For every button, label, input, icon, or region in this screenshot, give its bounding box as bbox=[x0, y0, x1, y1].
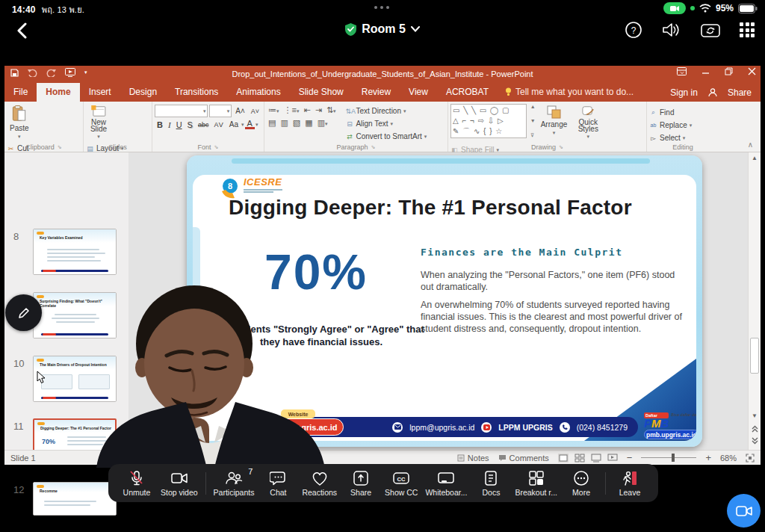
group-label: Paragraph bbox=[337, 143, 368, 151]
svg-text:?: ? bbox=[631, 25, 637, 36]
new-slide-button[interactable]: New Slide▾ bbox=[86, 104, 111, 141]
tab-insert[interactable]: Insert bbox=[80, 83, 120, 102]
lightbulb-icon bbox=[505, 87, 512, 96]
align-left-button[interactable]: ▤ bbox=[268, 118, 276, 128]
show-cc-button[interactable]: CC Show CC bbox=[385, 470, 418, 497]
dialog-launcher-icon[interactable]: ⇘ bbox=[371, 144, 376, 150]
zoom-out-button[interactable]: − bbox=[627, 452, 633, 463]
tab-slideshow[interactable]: Slide Show bbox=[290, 83, 353, 102]
line-spacing-button[interactable]: ⇅▾ bbox=[326, 105, 336, 115]
justify-button[interactable]: ▦ bbox=[305, 118, 312, 128]
tab-transitions[interactable]: Transitions bbox=[166, 83, 227, 102]
chat-button[interactable]: Chat bbox=[261, 470, 294, 497]
paste-button[interactable]: Paste▾ bbox=[7, 104, 32, 141]
docs-button[interactable]: Docs bbox=[474, 470, 507, 497]
change-case-button[interactable]: Aa bbox=[227, 120, 241, 129]
minimize-button[interactable] bbox=[701, 67, 710, 75]
stop-video-button[interactable]: Stop video bbox=[161, 470, 198, 497]
columns-button[interactable]: ▥▾ bbox=[318, 118, 328, 128]
collapse-ribbon-button[interactable]: ∧ bbox=[748, 140, 753, 149]
slide-sorter-view-button[interactable] bbox=[574, 454, 585, 463]
select-button[interactable]: ▻Select▾ bbox=[649, 132, 692, 143]
comments-button[interactable]: Comments bbox=[498, 454, 549, 463]
zoom-percent[interactable]: 68% bbox=[720, 454, 737, 463]
whiteboard-button[interactable]: Whiteboar... bbox=[425, 470, 467, 497]
normal-view-button[interactable] bbox=[558, 454, 569, 463]
bold-button[interactable]: B bbox=[155, 120, 165, 129]
restore-button[interactable] bbox=[725, 67, 733, 75]
notes-button[interactable]: Notes bbox=[457, 454, 489, 463]
tell-me-box[interactable]: Tell me what you want to do... bbox=[498, 83, 641, 102]
tab-animations[interactable]: Animations bbox=[227, 83, 289, 102]
reactions-button[interactable]: Reactions bbox=[302, 470, 337, 497]
arrange-button[interactable]: Arrange▾ bbox=[538, 104, 571, 141]
next-slide-button[interactable] bbox=[751, 436, 759, 445]
share-button[interactable]: Share bbox=[728, 87, 752, 98]
font-color-button[interactable]: A bbox=[245, 120, 255, 129]
annotation-pencil-button[interactable] bbox=[5, 294, 42, 331]
strikethrough-button[interactable]: abc bbox=[196, 121, 211, 129]
dialog-launcher-icon[interactable]: ⇘ bbox=[559, 144, 563, 150]
previous-slide-button[interactable] bbox=[751, 424, 759, 433]
underline-button[interactable]: U bbox=[174, 120, 185, 129]
char-spacing-button[interactable]: AV bbox=[211, 121, 226, 129]
zoom-in-button[interactable]: + bbox=[705, 452, 711, 463]
tab-design[interactable]: Design bbox=[120, 83, 166, 102]
shapes-scroll-down-icon[interactable]: ▼ bbox=[530, 118, 536, 123]
scroll-up-icon[interactable]: ▲ bbox=[752, 155, 758, 161]
grow-font-button[interactable]: A˄ bbox=[233, 107, 247, 115]
shapes-scroll-up-icon[interactable]: ▲ bbox=[530, 104, 536, 109]
find-button[interactable]: ⌕Find bbox=[649, 107, 692, 118]
italic-button[interactable]: I bbox=[166, 120, 173, 129]
fit-to-window-button[interactable] bbox=[746, 454, 755, 463]
align-right-button[interactable]: ▧ bbox=[293, 118, 300, 128]
more-button[interactable]: More bbox=[565, 470, 598, 497]
sign-in-button[interactable]: Sign in bbox=[670, 87, 698, 98]
tab-acrobat[interactable]: ACROBAT bbox=[437, 83, 498, 102]
unmute-button[interactable]: Unmute bbox=[120, 470, 153, 497]
tab-view[interactable]: View bbox=[400, 83, 437, 102]
vertical-scrollbar[interactable]: ▲ ▼ bbox=[748, 152, 761, 450]
text-shadow-button[interactable]: S bbox=[185, 120, 195, 129]
convert-smartart-button[interactable]: ⇄Convert to SmartArt▾ bbox=[345, 131, 427, 142]
leave-button[interactable]: Leave bbox=[613, 470, 646, 497]
shrink-font-button[interactable]: A˅ bbox=[249, 108, 261, 115]
shape-gallery[interactable]: ▭ ╲ ╲ ▭ ◯ ▢△ ⌐ ¬ ⇨ ⇩ ▷✎ ⌒ ∿ { } ☆ bbox=[450, 104, 527, 138]
shapes-more-icon[interactable]: ⊽ bbox=[530, 132, 536, 138]
scrollbar-thumb[interactable] bbox=[750, 338, 759, 374]
switch-camera-button[interactable] bbox=[701, 21, 720, 39]
quick-styles-button[interactable]: Quick Styles▾ bbox=[572, 104, 604, 141]
dropdown-arrow-icon: ▾ bbox=[18, 134, 21, 140]
bullets-button[interactable]: ≔▾ bbox=[268, 105, 279, 115]
apps-grid-button[interactable] bbox=[740, 22, 755, 37]
align-center-button[interactable]: ▥ bbox=[280, 118, 288, 128]
replace-button[interactable]: abReplace▾ bbox=[649, 120, 692, 131]
align-text-button[interactable]: ⊟Align Text▾ bbox=[345, 118, 427, 129]
numbering-button[interactable]: ⋮≡▾ bbox=[284, 105, 300, 115]
help-button[interactable]: ? bbox=[625, 21, 642, 39]
reading-view-button[interactable] bbox=[591, 454, 601, 463]
zoom-slider-thumb[interactable] bbox=[672, 454, 675, 462]
ribbon-display-button[interactable] bbox=[677, 67, 687, 75]
share-screen-button[interactable]: Share bbox=[344, 470, 377, 497]
thumbnail-slide-12[interactable]: Recomme bbox=[33, 482, 117, 516]
font-size-combo[interactable]: ▾ bbox=[209, 105, 232, 117]
scroll-down-icon[interactable]: ▼ bbox=[752, 412, 758, 419]
close-button[interactable] bbox=[748, 67, 756, 75]
tab-review[interactable]: Review bbox=[353, 83, 400, 102]
speaker-button[interactable] bbox=[662, 21, 681, 39]
dialog-launcher-icon[interactable]: ⇘ bbox=[214, 144, 219, 150]
tab-file[interactable]: File bbox=[4, 83, 37, 102]
thumbnail-slide-8[interactable]: Key Variables Examined bbox=[33, 229, 117, 275]
zoom-slider[interactable] bbox=[641, 457, 696, 458]
text-direction-button[interactable]: ⇅AText Direction▾ bbox=[345, 105, 427, 117]
decrease-indent-button[interactable]: ⇤ bbox=[303, 105, 310, 115]
participants-button[interactable]: 7 Participants bbox=[214, 470, 255, 497]
tab-home[interactable]: Home bbox=[37, 83, 79, 102]
slideshow-view-button[interactable] bbox=[607, 454, 618, 463]
font-name-combo[interactable]: ▾ bbox=[155, 105, 208, 117]
video-fab-button[interactable] bbox=[727, 494, 761, 528]
breakout-rooms-button[interactable]: Breakout r... bbox=[515, 470, 557, 497]
increase-indent-button[interactable]: ⇥ bbox=[315, 105, 322, 115]
dialog-launcher-icon[interactable]: ⇘ bbox=[58, 144, 62, 150]
